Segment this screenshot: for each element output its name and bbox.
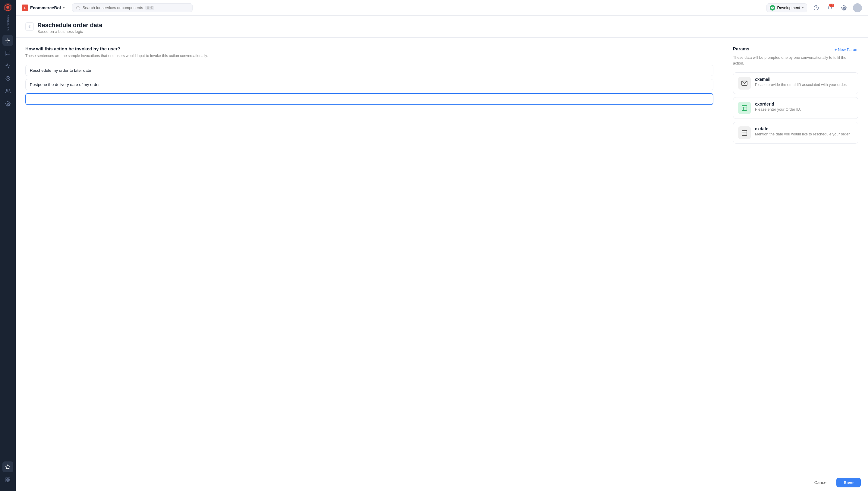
svg-point-6 <box>6 89 8 91</box>
param-name-cxorderid: cxorderid <box>755 102 801 107</box>
params-section-title: Params <box>733 46 749 51</box>
svg-point-3 <box>7 40 9 41</box>
main-wrapper: E EcommerceBot ▾ ⌘+K Development ▾ <box>16 0 868 491</box>
invocation-item-2: Postpone the delivery date of my order <box>25 79 713 90</box>
help-button[interactable] <box>811 3 821 13</box>
content-area: Reschedule order date Based on a busines… <box>16 16 868 491</box>
search-icon <box>76 6 80 10</box>
cancel-button[interactable]: Cancel <box>808 478 834 487</box>
topbar: E EcommerceBot ▾ ⌘+K Development ▾ <box>16 0 868 16</box>
search-input[interactable] <box>83 5 143 10</box>
param-card-cxorderid[interactable]: cxorderid Please enter your Order ID. <box>733 97 858 119</box>
topbar-right: Development ▾ 15 <box>767 3 862 13</box>
brand-chevron-icon: ▾ <box>63 6 65 10</box>
param-info-cxorderid: cxorderid Please enter your Order ID. <box>755 102 801 112</box>
user-avatar[interactable] <box>853 3 862 12</box>
invocations-section-title: How will this action be invoked by the u… <box>25 46 713 51</box>
save-button[interactable]: Save <box>836 478 861 487</box>
brand-icon: E <box>22 4 28 11</box>
svg-point-5 <box>6 77 10 81</box>
param-icon-date <box>738 126 751 139</box>
settings-button[interactable] <box>839 3 849 13</box>
param-info-cxemail: cxemail Please provide the email ID asso… <box>755 77 847 87</box>
svg-point-4 <box>7 78 9 79</box>
svg-rect-8 <box>6 478 7 479</box>
brand-selector[interactable]: E EcommerceBot ▾ <box>22 4 65 11</box>
back-button[interactable] <box>25 22 34 31</box>
sidebar-item-analytics[interactable] <box>2 60 13 71</box>
sidebar-label: Services <box>6 15 9 30</box>
param-name-cxemail: cxemail <box>755 77 847 82</box>
env-label: Development <box>777 5 800 10</box>
sidebar-item-integrations[interactable] <box>2 73 13 84</box>
sidebar: Services <box>0 0 16 491</box>
svg-point-2 <box>6 6 9 9</box>
page-subtitle: Based on a business logic <box>37 29 102 34</box>
invocation-text-1: Reschedule my order to later date <box>30 68 91 73</box>
two-col-layout: How will this action be invoked by the u… <box>16 38 868 474</box>
env-selector[interactable]: Development ▾ <box>767 3 807 12</box>
svg-rect-9 <box>8 478 10 479</box>
svg-rect-10 <box>6 481 7 482</box>
sidebar-item-chat[interactable] <box>2 48 13 59</box>
param-desc-cxdate: Mention the date you would like to resch… <box>755 132 850 136</box>
param-icon-email <box>738 77 751 90</box>
param-info-cxdate: cxdate Mention the date you would like t… <box>755 126 850 136</box>
svg-rect-17 <box>742 105 747 110</box>
env-icon <box>770 5 775 10</box>
param-card-cxdate[interactable]: cxdate Mention the date you would like t… <box>733 122 858 144</box>
invocations-section-desc: These sentences are the sample invocatio… <box>25 53 713 59</box>
param-name-cxdate: cxdate <box>755 126 850 131</box>
brand-name: EcommerceBot <box>30 5 61 10</box>
app-logo <box>3 2 13 12</box>
footer-bar: Cancel Save <box>16 474 868 491</box>
invocation-new-input[interactable] <box>25 93 713 105</box>
new-param-button[interactable]: + New Param <box>835 47 858 52</box>
sidebar-item-flow[interactable] <box>2 35 13 46</box>
invocation-item-1: Reschedule my order to later date <box>25 65 713 76</box>
search-bar: ⌘+K <box>72 3 193 12</box>
page-header: Reschedule order date Based on a busines… <box>16 16 868 38</box>
sidebar-item-settings[interactable] <box>2 98 13 109</box>
svg-point-7 <box>7 103 9 105</box>
param-icon-order <box>738 102 751 114</box>
page-title: Reschedule order date <box>37 22 102 29</box>
param-card-cxemail[interactable]: cxemail Please provide the email ID asso… <box>733 73 858 94</box>
params-header: Params + New Param <box>733 46 858 53</box>
params-section-desc: These data will be prompted one by one c… <box>733 55 858 66</box>
env-chevron-icon: ▾ <box>802 6 804 10</box>
search-shortcut: ⌘+K <box>145 6 155 10</box>
svg-point-12 <box>76 6 79 9</box>
param-desc-cxorderid: Please enter your Order ID. <box>755 107 801 112</box>
sidebar-item-contacts[interactable] <box>2 86 13 96</box>
sidebar-tool-icon[interactable] <box>2 461 13 472</box>
left-column: How will this action be invoked by the u… <box>16 38 723 474</box>
invocation-text-2: Postpone the delivery date of my order <box>30 82 100 87</box>
sidebar-grid-icon[interactable] <box>2 474 13 485</box>
svg-point-15 <box>843 7 845 8</box>
svg-rect-20 <box>742 130 747 136</box>
right-column: Params + New Param These data will be pr… <box>723 38 868 474</box>
notif-badge: 15 <box>829 4 834 7</box>
svg-rect-11 <box>8 481 10 482</box>
param-desc-cxemail: Please provide the email ID associated w… <box>755 83 847 87</box>
sidebar-bottom <box>2 461 13 489</box>
notifications-button[interactable]: 15 <box>825 3 835 13</box>
